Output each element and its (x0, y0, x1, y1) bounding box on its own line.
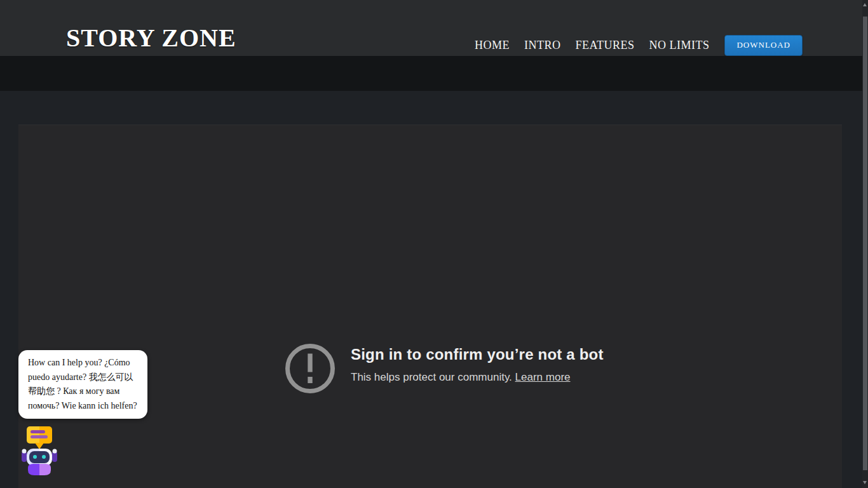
chatbot-robot-icon (22, 423, 57, 475)
download-button[interactable]: DOWNLOAD (724, 35, 803, 56)
vertical-scrollbar[interactable] (862, 0, 868, 488)
story-zone-page: STORY ZONE HOME INTRO FEATURES NO LIMITS… (0, 0, 868, 488)
chat-greeting-text: How can I help you? ¿Cómo puedo ayudarte… (28, 356, 138, 413)
scroll-up-arrow-icon[interactable] (862, 2, 868, 8)
player-error-title: Sign in to confirm you’re not a bot (351, 344, 604, 365)
nav-item-home[interactable]: HOME (475, 39, 510, 52)
nav-item-features[interactable]: FEATURES (575, 39, 634, 52)
alert-exclamation-circle-icon (285, 343, 336, 394)
embedded-video-player: Sign in to confirm you’re not a bot This… (18, 125, 842, 488)
player-error-subtitle-text: This helps protect our community. (351, 371, 515, 383)
player-error-text: Sign in to confirm you’re not a bot This… (351, 343, 604, 385)
scrollbar-thumb[interactable] (863, 17, 867, 470)
site-header: STORY ZONE HOME INTRO FEATURES NO LIMITS… (0, 0, 868, 56)
site-logo[interactable]: STORY ZONE (66, 25, 236, 51)
chat-greeting-bubble: How can I help you? ¿Cómo puedo ayudarte… (18, 350, 147, 419)
main-nav: HOME INTRO FEATURES NO LIMITS DOWNLOAD (475, 34, 803, 56)
chatbot-launcher-button[interactable] (22, 423, 57, 475)
hero-section (0, 56, 868, 91)
player-error-message: Sign in to confirm you’re not a bot This… (285, 343, 604, 394)
nav-item-intro[interactable]: INTRO (524, 39, 561, 52)
nav-item-no-limits[interactable]: NO LIMITS (649, 39, 709, 52)
scroll-down-arrow-icon[interactable] (862, 480, 868, 486)
player-error-subtitle: This helps protect our community. Learn … (351, 370, 604, 385)
learn-more-link[interactable]: Learn more (515, 371, 571, 383)
